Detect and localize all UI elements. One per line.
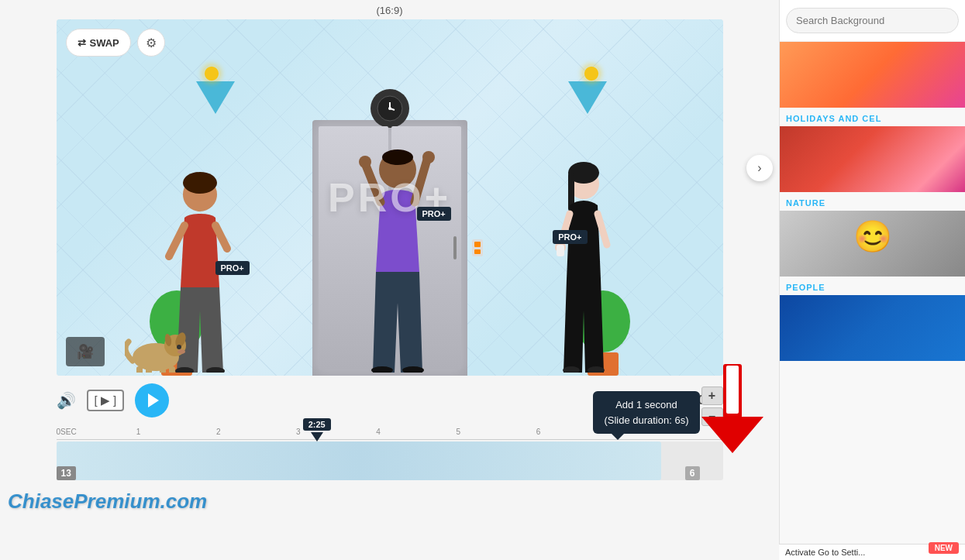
playhead-arrow	[311, 432, 323, 441]
aspect-ratio-label: (16:9)	[8, 0, 771, 19]
gear-icon: ⚙	[146, 36, 157, 50]
main-content: (16:9) ⇄ SWAP ⚙	[0, 0, 779, 560]
svg-line-6	[169, 225, 184, 256]
timeline-area: 0SEC 1 2 3 4 5 6 2:25 + −	[57, 421, 723, 480]
thumbnail-holidays[interactable]	[780, 42, 965, 108]
sun-decoration-left	[204, 66, 219, 81]
svg-rect-18	[160, 366, 166, 373]
triangle-decoration-left	[196, 81, 235, 114]
new-badge: NEW	[929, 542, 959, 554]
svg-point-24	[359, 156, 371, 168]
svg-point-14	[177, 345, 181, 349]
loop-button[interactable]: [ ▶ ]	[87, 390, 125, 411]
svg-point-5	[183, 172, 217, 194]
swap-button[interactable]: ⇄ SWAP	[66, 29, 131, 57]
section-label-people: PEOPLE	[780, 277, 965, 295]
timeline-thumbnail	[57, 441, 661, 480]
tick-0sec: 0SEC	[57, 428, 77, 436]
sun-decoration-right	[584, 66, 599, 81]
section-label-nature: NATURE	[780, 192, 965, 211]
add-second-tooltip: Add 1 second (Slide duration: 6s)	[593, 391, 699, 434]
pro-badge-right: PRO+	[553, 230, 587, 244]
tooltip-duration-label: (Slide duration: 6s)	[604, 413, 688, 428]
activate-sub: Go to Setti...	[818, 548, 865, 557]
main-layout: (16:9) ⇄ SWAP ⚙	[0, 0, 965, 560]
volume-button[interactable]: 🔊	[57, 391, 76, 410]
elevator-clock	[370, 89, 409, 128]
playhead-label: 2:25	[303, 418, 331, 431]
camera-icon: 🎥	[77, 343, 94, 360]
svg-line-7	[215, 225, 227, 249]
tick-5: 5	[457, 428, 461, 436]
svg-point-25	[422, 151, 435, 163]
section-label-holidays: HOLIDAYS AND CEL	[780, 108, 965, 126]
camera-button[interactable]: 🎥	[66, 337, 105, 366]
activate-text: Activate	[785, 548, 815, 557]
svg-rect-39	[726, 366, 739, 414]
svg-rect-19	[169, 366, 175, 373]
timeline-number-right: 6	[685, 466, 700, 480]
pro-badge-left: PRO+	[215, 261, 250, 275]
canvas-toolbar: ⇄ SWAP ⚙	[66, 29, 165, 57]
search-background-input[interactable]	[786, 8, 959, 33]
playhead[interactable]: 2:25	[303, 418, 331, 441]
svg-line-23	[415, 160, 427, 202]
character-man-center	[359, 140, 436, 376]
tick-4: 4	[376, 428, 381, 436]
tick-1: 1	[136, 428, 141, 436]
pro-badge-center: PRO+	[417, 207, 451, 221]
watermark: ChiasePremium.com	[0, 490, 207, 514]
swap-icon: ⇄	[78, 37, 86, 49]
canvas-area: ⇄ SWAP ⚙	[57, 19, 723, 376]
thumbnail-nature[interactable]	[780, 126, 965, 192]
svg-line-22	[365, 163, 381, 202]
timeline-number-left: 13	[57, 466, 76, 480]
svg-point-15	[177, 349, 185, 354]
thumbnail-people[interactable]	[780, 211, 965, 277]
settings-button[interactable]: ⚙	[137, 29, 165, 57]
dog-character	[125, 318, 187, 376]
svg-rect-17	[146, 366, 152, 373]
tooltip-add-label: Add 1 second	[604, 397, 688, 413]
svg-point-21	[382, 149, 413, 165]
timeline-track[interactable]: 2:25 + − Add 1 second (Slide duration: 6…	[57, 441, 723, 480]
play-button[interactable]	[135, 383, 169, 417]
tick-3: 3	[296, 428, 301, 436]
svg-rect-16	[136, 366, 143, 373]
loop-icon: [ ▶ ]	[95, 393, 117, 407]
triangle-decoration-right	[568, 81, 607, 114]
svg-point-3	[388, 107, 391, 110]
red-arrow-annotation	[701, 364, 763, 460]
right-sidebar: HOLIDAYS AND CEL NATURE PEOPLE Activate …	[779, 0, 965, 560]
svg-marker-38	[701, 417, 763, 453]
tick-2: 2	[216, 428, 221, 436]
elevator-call-button[interactable]	[472, 239, 483, 256]
svg-rect-34	[557, 245, 564, 256]
next-arrow-button[interactable]: ›	[746, 155, 773, 181]
character-woman-right	[553, 156, 615, 376]
thumbnail-tech[interactable]	[780, 295, 965, 361]
search-background-bar	[780, 0, 965, 42]
tick-6: 6	[536, 428, 541, 436]
